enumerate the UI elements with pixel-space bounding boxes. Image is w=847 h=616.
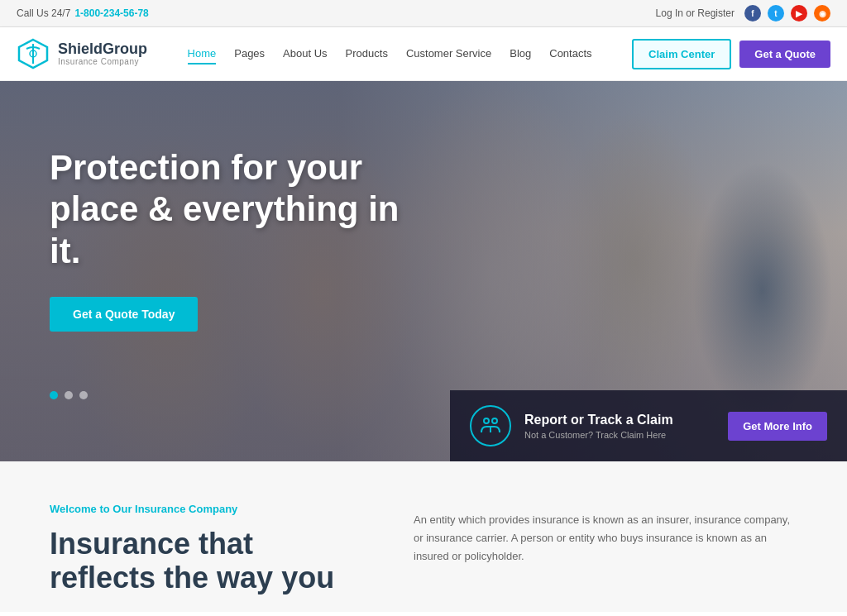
welcome-label: Welcome to Our Insurance Company xyxy=(50,503,364,515)
hero-content: Protection for your place & everything i… xyxy=(50,147,414,332)
rss-icon[interactable]: ◉ xyxy=(814,5,830,21)
claim-bar-title: Report or Track a Claim xyxy=(524,413,715,427)
hero-title: Protection for your place & everything i… xyxy=(50,147,414,272)
dot-3[interactable] xyxy=(79,391,88,399)
top-bar-left: Call Us 24/7 1-800-234-56-78 xyxy=(17,7,149,19)
logo: ShieldGroup Insurance Company xyxy=(17,37,147,70)
below-hero-section: Welcome to Our Insurance Company Insuran… xyxy=(0,461,847,612)
dot-2[interactable] xyxy=(65,391,73,399)
nav-pages[interactable]: Pages xyxy=(234,44,265,64)
login-link[interactable]: Log In or Register xyxy=(656,7,735,19)
phone-number: 1-800-234-56-78 xyxy=(74,7,148,19)
nav-home[interactable]: Home xyxy=(188,44,217,64)
youtube-icon[interactable]: ▶ xyxy=(791,5,807,21)
claim-center-button[interactable]: Claim Center xyxy=(632,39,731,69)
main-nav: Home Pages About Us Products Customer Se… xyxy=(188,44,592,64)
claim-bar-text: Report or Track a Claim Not a Customer? … xyxy=(524,413,715,440)
logo-subtitle: Insurance Company xyxy=(58,57,147,66)
facebook-icon[interactable]: f xyxy=(744,5,761,21)
below-hero-right: An entity which provides insurance is kn… xyxy=(414,503,797,595)
below-hero-left: Welcome to Our Insurance Company Insuran… xyxy=(50,503,364,595)
logo-text: ShieldGroup Insurance Company xyxy=(58,41,147,67)
svg-point-3 xyxy=(492,418,497,423)
nav-blog[interactable]: Blog xyxy=(510,44,531,64)
nav-contacts[interactable]: Contacts xyxy=(549,44,591,64)
logo-icon xyxy=(17,37,50,70)
dot-1[interactable] xyxy=(50,391,58,399)
nav-products[interactable]: Products xyxy=(346,44,388,64)
top-bar-right: Log In or Register f t ▶ ◉ xyxy=(656,5,830,21)
get-quote-button[interactable]: Get a Quote xyxy=(739,41,830,68)
svg-point-2 xyxy=(484,418,489,423)
below-title-line2: reflects the way you xyxy=(50,561,334,595)
below-hero-title: Insurance that reflects the way you xyxy=(50,527,364,595)
nav-about[interactable]: About Us xyxy=(283,44,327,64)
call-label: Call Us 24/7 xyxy=(17,7,70,19)
hero-cta-button[interactable]: Get a Quote Today xyxy=(50,297,198,332)
nav-customer-service[interactable]: Customer Service xyxy=(406,44,491,64)
twitter-icon[interactable]: t xyxy=(768,5,784,21)
header: ShieldGroup Insurance Company Home Pages… xyxy=(0,27,847,81)
top-bar: Call Us 24/7 1-800-234-56-78 Log In or R… xyxy=(0,0,847,27)
claim-bar: Report or Track a Claim Not a Customer? … xyxy=(450,390,847,461)
header-buttons: Claim Center Get a Quote xyxy=(632,39,830,69)
claim-bar-subtitle: Not a Customer? Track Claim Here xyxy=(524,430,715,440)
below-title-line1: Insurance that xyxy=(50,527,253,561)
hero-section: Protection for your place & everything i… xyxy=(0,81,847,461)
hero-dots xyxy=(50,391,88,399)
below-hero-description: An entity which provides insurance is kn… xyxy=(414,511,797,566)
logo-name: ShieldGroup xyxy=(58,41,147,58)
social-icons: f t ▶ ◉ xyxy=(744,5,830,21)
get-more-info-button[interactable]: Get More Info xyxy=(728,412,827,441)
claim-bar-icon xyxy=(470,405,511,446)
